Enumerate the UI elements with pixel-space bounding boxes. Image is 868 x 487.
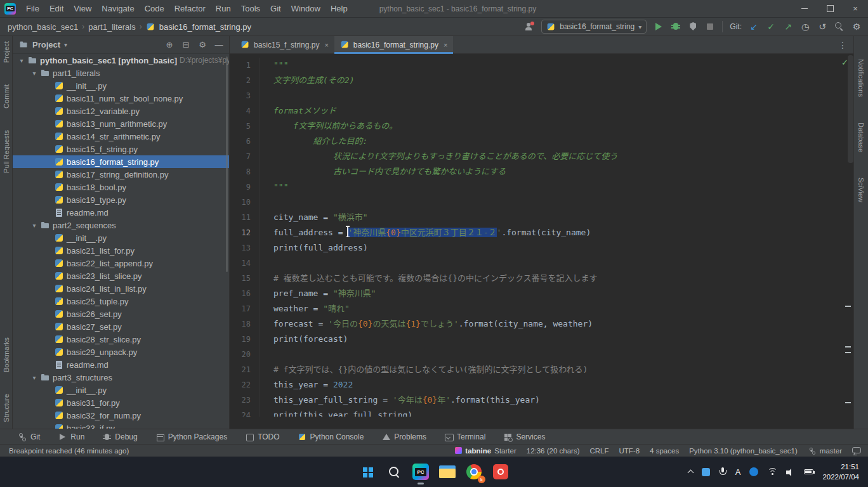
tool-strip-notifications[interactable]: Notifications <box>857 59 865 97</box>
code-line-7[interactable]: 7 状況によりf文字列よりもすっきり書けることがあるので、必要に応じて使う <box>230 149 853 164</box>
tree-file-basic19_type.py[interactable]: basic19_type.py <box>13 193 229 206</box>
tray-app-icon[interactable] <box>702 468 710 476</box>
tree-file-basic33_if.py[interactable]: basic33_if.py <box>13 422 229 429</box>
battery-icon[interactable] <box>804 469 813 474</box>
minimize-button[interactable] <box>792 0 817 17</box>
code-line-14[interactable]: 14 <box>230 256 853 271</box>
code-line-17[interactable]: 17weather = "晴れ" <box>230 301 853 316</box>
tool-window-terminal[interactable]: Terminal <box>444 432 485 441</box>
breadcrumb-item[interactable]: basic16_format_string.py <box>159 22 251 32</box>
maximize-button[interactable] <box>817 0 843 17</box>
chevron-down-icon[interactable]: ▾ <box>64 41 67 48</box>
editor-tab-basic15_f_string.py[interactable]: basic15_f_string.py× <box>235 36 334 53</box>
history-icon[interactable]: ◷ <box>800 22 810 32</box>
close-button[interactable]: × <box>843 0 868 17</box>
code-line-19[interactable]: 19print(forecast) <box>230 332 853 347</box>
menu-tools[interactable]: Tools <box>236 0 265 17</box>
tree-file-basic15_f_string.py[interactable]: basic15_f_string.py <box>13 143 229 155</box>
collapse-all-icon[interactable]: ⊟ <box>180 40 192 49</box>
tree-folder-part2_sequences[interactable]: ▾part2_sequences <box>13 219 229 231</box>
microphone-icon[interactable] <box>719 467 727 477</box>
code-line-13[interactable]: 13print(full_address) <box>230 240 853 256</box>
volume-icon[interactable] <box>786 468 795 476</box>
search-icon[interactable] <box>834 22 845 32</box>
hide-panel-icon[interactable]: — <box>213 40 225 49</box>
code-line-12[interactable]: 12full_address = '神奈川県{0}中区元浜町３丁目２１-２'.f… <box>230 225 853 240</box>
editor-tab-basic16_format_string.py[interactable]: basic16_format_string.py× <box>334 36 454 53</box>
taskbar-chrome-button[interactable]: k <box>461 458 487 485</box>
breadcrumb-item[interactable]: part1_literals <box>88 22 135 32</box>
project-scrollbar[interactable] <box>226 56 228 272</box>
tree-file-basic23_list_slice.py[interactable]: basic23_list_slice.py <box>13 269 229 282</box>
tree-file-basic31_for.py[interactable]: basic31_for.py <box>13 396 229 409</box>
tool-strip-project[interactable]: Project <box>3 41 10 63</box>
code-line-16[interactable]: 16pref_name = "神奈川県" <box>230 286 853 301</box>
code-line-1[interactable]: 1""" <box>230 58 853 73</box>
menu-edit[interactable]: Edit <box>44 0 69 17</box>
taskbar-red-app-button[interactable] <box>487 458 514 485</box>
tree-file-basic25_tuple.py[interactable]: basic25_tuple.py <box>13 295 229 308</box>
tree-folder-python_basic_sec1[interactable]: ▾python_basic_sec1 [python_basic] D:¥pro… <box>13 54 229 67</box>
code-line-23[interactable]: 23this_year_full_string = '今年は{0}年'.form… <box>230 393 853 408</box>
start-button[interactable] <box>354 458 381 485</box>
hidden-icons-chevron[interactable] <box>687 470 694 476</box>
taskbar-search-button[interactable] <box>381 458 407 485</box>
rollback-icon[interactable]: ↺ <box>817 22 827 32</box>
file-encoding[interactable]: UTF-8 <box>619 447 640 455</box>
code-line-9[interactable]: 9""" <box>230 179 853 195</box>
tree-file-basic12_variable.py[interactable]: basic12_variable.py <box>13 105 229 117</box>
tree-file-basic21_list_for.py[interactable]: basic21_list_for.py <box>13 244 229 257</box>
tool-window-python-packages[interactable]: Python Packages <box>155 432 227 441</box>
close-icon[interactable]: × <box>324 41 328 49</box>
tool-window-debug[interactable]: Debug <box>102 432 137 441</box>
code-line-6[interactable]: 6 紹介した目的: <box>230 134 853 149</box>
tree-file-readme.md[interactable]: readme.md <box>13 206 229 219</box>
code-line-24[interactable]: 24print(this_year_full_string) <box>230 408 853 417</box>
tree-folder-part3_structures[interactable]: ▾part3_structures <box>13 371 229 384</box>
tree-file-basic14_str_arithmetic.py[interactable]: basic14_str_arithmetic.py <box>13 130 229 143</box>
tree-file-basic18_bool.py[interactable]: basic18_bool.py <box>13 181 229 193</box>
ime-icon[interactable] <box>749 467 758 476</box>
code-line-3[interactable]: 3 <box>230 88 853 103</box>
git-update-button[interactable]: ↙ <box>749 22 759 32</box>
close-icon[interactable]: × <box>444 41 447 49</box>
code-line-20[interactable]: 20 <box>230 347 853 362</box>
taskbar-pycharm-button[interactable]: PC <box>407 458 434 485</box>
indent-style[interactable]: 4 spaces <box>650 447 679 455</box>
wifi-icon[interactable] <box>767 468 777 476</box>
code-line-21[interactable]: 21# f文字列では、{}内の値の型は気にしなくてよい(強制的に文字列として扱わ… <box>230 362 853 377</box>
code-line-4[interactable]: 4formatメソッド <box>230 103 853 119</box>
tree-file-basic29_unpack.py[interactable]: basic29_unpack.py <box>13 346 229 358</box>
taskbar-explorer-button[interactable] <box>434 458 461 485</box>
tree-file-readme.md[interactable]: readme.md <box>13 358 229 371</box>
tool-window-todo[interactable]: TODO <box>245 432 279 441</box>
line-ending[interactable]: CRLF <box>589 447 608 455</box>
tree-file-basic24_list_in_list.py[interactable]: basic24_list_in_list.py <box>13 282 229 295</box>
gear-icon[interactable]: ⚙ <box>196 40 209 49</box>
menu-help[interactable]: Help <box>326 0 353 17</box>
tool-strip-commit[interactable]: Commit <box>3 84 10 108</box>
debug-button[interactable] <box>671 22 681 32</box>
code-line-18[interactable]: 18forecast = '今日の{0}の天気は{1}でしょう'.format(… <box>230 316 853 332</box>
tree-file-basic26_set.py[interactable]: basic26_set.py <box>13 308 229 320</box>
code-line-8[interactable]: 8 古いコード内で見かけても驚かないようにする <box>230 164 853 179</box>
tool-window-git[interactable]: Git <box>18 432 40 441</box>
locate-file-icon[interactable]: ⊕ <box>163 40 176 49</box>
tab-options-icon[interactable]: ⋮ <box>832 40 853 50</box>
menu-window[interactable]: Window <box>286 0 326 17</box>
code-with-me-users-icon[interactable] <box>524 22 534 32</box>
menu-navigate[interactable]: Navigate <box>96 0 139 17</box>
tree-file-__init__.py[interactable]: __init__.py <box>13 384 229 396</box>
tool-strip-sciview[interactable]: SciView <box>857 178 865 202</box>
event-log-icon[interactable] <box>852 447 860 454</box>
stop-button[interactable] <box>705 22 715 32</box>
tool-strip-bookmarks[interactable]: Bookmarks <box>3 337 10 372</box>
tool-window-problems[interactable]: Problems <box>381 432 426 441</box>
tool-strip-pull-requests[interactable]: Pull Requests <box>3 130 10 173</box>
tree-file-__init__.py[interactable]: __init__.py <box>13 231 229 244</box>
tree-file-basic11_num_str_bool_none.py[interactable]: basic11_num_str_bool_none.py <box>13 92 229 105</box>
ime-mode-indicator[interactable]: A <box>735 467 741 477</box>
tree-file-basic17_string_definition.py[interactable]: basic17_string_definition.py <box>13 168 229 181</box>
taskbar-clock[interactable]: 21:51 2022/07/04 <box>822 462 859 482</box>
breadcrumb-item[interactable]: python_basic_sec1 <box>8 22 78 32</box>
